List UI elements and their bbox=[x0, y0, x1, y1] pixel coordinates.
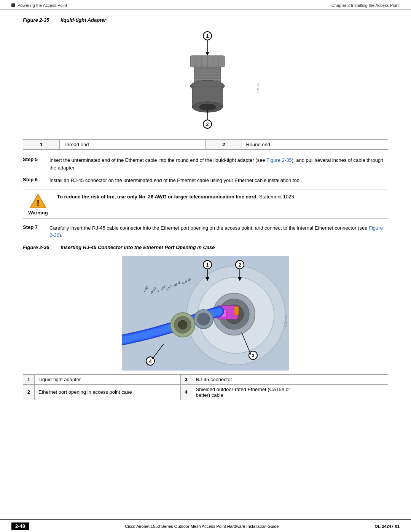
step-7-text: Carefully insert the RJ-45 cable connect… bbox=[49, 224, 388, 239]
svg-text:4: 4 bbox=[149, 359, 152, 364]
figure-35-imgbox: 1 bbox=[148, 29, 263, 136]
svg-rect-34 bbox=[234, 307, 239, 315]
page-header: Powering the Access Point Chapter 2 Inst… bbox=[0, 0, 411, 10]
parts-table-1: 1 Thread end 2 Round end bbox=[23, 139, 388, 150]
page-footer: 2-48 Cisco Aironet 1550 Series Outdoor M… bbox=[0, 519, 411, 532]
main-content: Figure 2-35 liquid-tight Adapter 1 bbox=[0, 10, 411, 415]
svg-text:3: 3 bbox=[252, 353, 255, 358]
footer-doc-number: OL-24247-01 bbox=[375, 524, 400, 529]
svg-point-39 bbox=[178, 320, 187, 329]
part2-3-label: RJ-45 connector bbox=[192, 374, 388, 384]
part2-label: Round end bbox=[242, 140, 388, 150]
warning-row: ! Warning To reduce the risk of fire, us… bbox=[23, 190, 388, 219]
figure-35-caption-line: Figure 2-35 liquid-tight Adapter bbox=[23, 17, 388, 23]
part2-1-num: 1 bbox=[23, 374, 35, 384]
figure-36-caption-line: Figure 2-36 Inserting RJ-45 Connector in… bbox=[23, 244, 388, 250]
part2-3-num: 3 bbox=[180, 374, 192, 384]
figure-36-container: 1 2 3 4 PoE ATUS S LINK RF-1 RF-2 PoE RF bbox=[23, 256, 388, 371]
warning-label: Warning bbox=[28, 210, 48, 216]
svg-text:1: 1 bbox=[206, 34, 209, 39]
svg-text:2: 2 bbox=[206, 122, 209, 127]
step-5-label: Step 5 bbox=[23, 157, 46, 162]
step-7-label: Step 7 bbox=[23, 224, 46, 230]
header-section-label: Powering the Access Point bbox=[18, 3, 67, 8]
warning-icon-area: ! Warning bbox=[23, 193, 53, 216]
step-5-text: Insert the unterminated end of the Ether… bbox=[49, 157, 388, 171]
part2-4-label: Shielded outdoor-rated Ethernet (CAT5e o… bbox=[192, 384, 388, 400]
warning-statement: Statement 1023 bbox=[259, 194, 294, 200]
figure-35-title: liquid-tight Adapter bbox=[61, 17, 106, 23]
figure-36-label: Figure 2-36 bbox=[23, 244, 49, 250]
figure-35-link[interactable]: Figure 2-35 bbox=[266, 157, 292, 163]
step-6-text: Install an RJ-45 connector on the unterm… bbox=[49, 177, 302, 184]
header-chapter-label: Chapter 2 Installing the Access Point bbox=[331, 3, 400, 8]
part2-2-label: Ethernet port opening in access point ca… bbox=[35, 384, 181, 400]
figure-36-link[interactable]: Figure 2-36 bbox=[49, 225, 383, 238]
figure-36-title: Inserting RJ-45 Connector into the Ether… bbox=[61, 244, 215, 250]
step-5-row: Step 5 Insert the unterminated end of th… bbox=[23, 157, 388, 171]
figure-35-container: 1 bbox=[23, 29, 388, 136]
svg-marker-3 bbox=[206, 52, 209, 56]
step-6-row: Step 6 Install an RJ-45 connector on the… bbox=[23, 177, 388, 184]
parts-table-2: 1 Liquid-tight adapter 3 RJ-45 connector… bbox=[23, 374, 388, 400]
svg-text:1: 1 bbox=[206, 262, 209, 268]
warning-triangle-icon: ! bbox=[29, 193, 47, 209]
part2-1-label: Liquid-tight adapter bbox=[35, 374, 181, 384]
part2-4-num: 4 bbox=[180, 384, 192, 400]
warning-bold-text: To reduce the risk of fire, use only No.… bbox=[57, 194, 258, 200]
step-6-label: Step 6 bbox=[23, 177, 46, 182]
svg-point-36 bbox=[198, 313, 210, 325]
part1-num: 1 bbox=[23, 140, 60, 150]
svg-text:2: 2 bbox=[239, 262, 241, 268]
svg-text:!: ! bbox=[37, 198, 39, 208]
part2-2-num: 2 bbox=[23, 384, 35, 400]
figure-36-svg: 1 2 3 4 PoE ATUS S LINK RF-1 RF-2 PoE RF bbox=[122, 256, 289, 371]
svg-point-19 bbox=[199, 104, 216, 110]
svg-text:231413: 231413 bbox=[284, 315, 288, 327]
step-7-row: Step 7 Carefully insert the RJ-45 cable … bbox=[23, 224, 388, 239]
figure-35-svg: 1 bbox=[148, 29, 263, 130]
svg-text:231417: 231417 bbox=[256, 82, 260, 94]
page-number: 2-48 bbox=[11, 522, 29, 530]
part1-label: Thread end bbox=[59, 140, 206, 150]
part2-num: 2 bbox=[206, 140, 242, 150]
figure-35-label: Figure 2-35 bbox=[23, 17, 49, 23]
section-indicator-icon bbox=[11, 3, 15, 7]
footer-center-text: Cisco Aironet 1550 Series Outdoor Mesh A… bbox=[125, 524, 279, 529]
warning-text: To reduce the risk of fire, use only No.… bbox=[57, 193, 294, 201]
header-left: Powering the Access Point bbox=[11, 3, 67, 8]
